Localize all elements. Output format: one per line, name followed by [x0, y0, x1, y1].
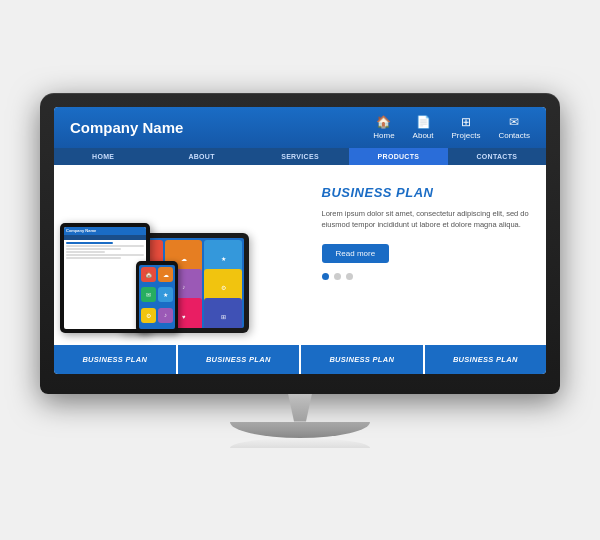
content-title: BUSINESS PLAN — [322, 185, 532, 200]
monitor-wrapper: Company Name 🏠 Home 📄 About ⊞ Projects — [40, 93, 560, 448]
content-text: Lorem ipsum dolor sit amet, consectetur … — [322, 208, 532, 231]
content-area: BUSINESS PLAN Lorem ipsum dolor sit amet… — [314, 177, 532, 333]
app-icon-3: ✉ — [141, 287, 156, 302]
monitor-screen: Company Name 🏠 Home 📄 About ⊞ Projects — [54, 107, 546, 374]
nav-products[interactable]: PRODUCTS — [349, 148, 447, 165]
mini-header: Company Name — [64, 227, 146, 235]
header-nav-contacts[interactable]: ✉ Contacts — [498, 115, 530, 140]
monitor-neck — [280, 394, 320, 422]
app-icon-5: ⚙ — [141, 308, 156, 323]
dot-1[interactable] — [322, 273, 329, 280]
read-more-button[interactable]: Read more — [322, 244, 390, 263]
monitor-base — [230, 422, 370, 438]
dot-3[interactable] — [346, 273, 353, 280]
mini-line-5 — [66, 254, 144, 256]
site-header: Company Name 🏠 Home 📄 About ⊞ Projects — [54, 107, 546, 148]
feature-blocks: BUSINESS PLAN BUSINESS PLAN BUSINESS PLA… — [54, 345, 546, 374]
about-icon: 📄 — [416, 115, 431, 129]
dot-2[interactable] — [334, 273, 341, 280]
nav-services[interactable]: SERVICES — [251, 148, 349, 165]
nav-bar: HOME ABOUT SERVICES PRODUCTS CONTACTS — [54, 148, 546, 165]
phone-screen: 🏠 ☁ ✉ ★ ⚙ ♪ — [139, 265, 175, 329]
app-icon-6: ♪ — [158, 308, 173, 323]
mini-website: Company Name — [64, 227, 146, 329]
header-nav-about-label: About — [413, 131, 434, 140]
tablet-app-9: ⊞ — [204, 298, 241, 327]
devices-area: Company Name — [68, 177, 300, 333]
small-tablet-screen: Company Name — [64, 227, 146, 329]
projects-icon: ⊞ — [461, 115, 471, 129]
mini-line-3 — [66, 248, 121, 250]
header-nav-about[interactable]: 📄 About — [413, 115, 434, 140]
nav-home[interactable]: HOME — [54, 148, 152, 165]
feature-block-1[interactable]: BUSINESS PLAN — [54, 345, 176, 374]
home-icon: 🏠 — [376, 115, 391, 129]
contacts-icon: ✉ — [509, 115, 519, 129]
app-icon-4: ★ — [158, 287, 173, 302]
header-nav-contacts-label: Contacts — [498, 131, 530, 140]
feature-block-4[interactable]: BUSINESS PLAN — [425, 345, 547, 374]
header-nav: 🏠 Home 📄 About ⊞ Projects ✉ — [373, 115, 530, 140]
nav-contacts[interactable]: CONTACTS — [448, 148, 546, 165]
mini-content — [64, 240, 146, 262]
feature-block-3[interactable]: BUSINESS PLAN — [301, 345, 423, 374]
nav-about[interactable]: ABOUT — [152, 148, 250, 165]
site-logo: Company Name — [70, 119, 183, 136]
app-icon-2: ☁ — [158, 267, 173, 282]
mini-line-2 — [66, 245, 144, 247]
app-icon-1: 🏠 — [141, 267, 156, 282]
phone-app-grid: 🏠 ☁ ✉ ★ ⚙ ♪ — [139, 265, 175, 329]
header-nav-home-label: Home — [373, 131, 394, 140]
carousel-dots — [322, 273, 532, 280]
monitor-bezel: Company Name 🏠 Home 📄 About ⊞ Projects — [40, 93, 560, 394]
stand-reflection — [230, 438, 370, 448]
phone: 🏠 ☁ ✉ ★ ⚙ ♪ — [136, 261, 178, 333]
header-nav-home[interactable]: 🏠 Home — [373, 115, 394, 140]
mini-line-6 — [66, 257, 121, 259]
header-nav-projects-label: Projects — [452, 131, 481, 140]
site-main: Company Name — [54, 165, 546, 345]
website: Company Name 🏠 Home 📄 About ⊞ Projects — [54, 107, 546, 374]
feature-block-2[interactable]: BUSINESS PLAN — [178, 345, 300, 374]
mini-line-4 — [66, 251, 105, 253]
mini-header-title: Company Name — [66, 228, 96, 233]
header-nav-projects[interactable]: ⊞ Projects — [452, 115, 481, 140]
mini-line-1 — [66, 242, 113, 244]
